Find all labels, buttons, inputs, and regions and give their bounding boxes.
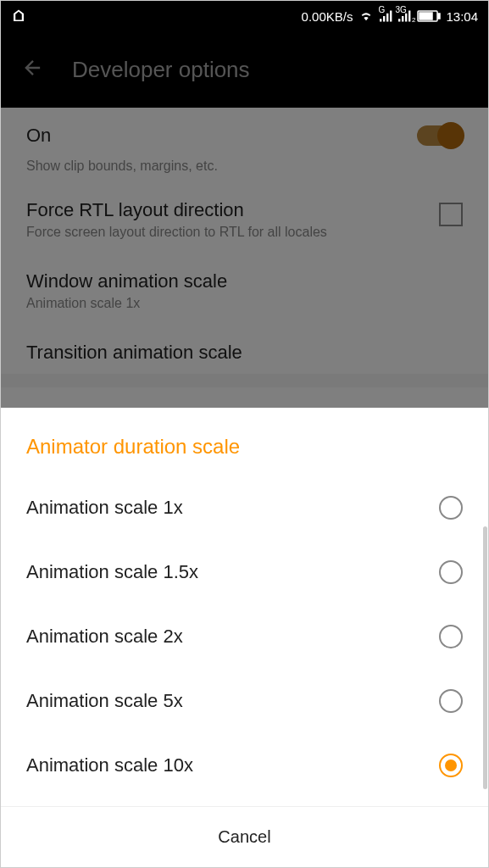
clock: 13:04 [446,9,478,24]
scroll-indicator [483,526,487,789]
app-icon [11,8,26,24]
radio-button[interactable] [439,496,463,520]
status-bar: 0.00KB/s G 3G 2 13:04 [1,1,488,31]
signal-g-icon: G [380,10,393,22]
radio-label: Animation scale 1x [26,497,183,519]
radio-option-1x[interactable]: Animation scale 1x [1,476,488,540]
cancel-button[interactable]: Cancel [1,806,488,867]
radio-option-2x[interactable]: Animation scale 2x [1,604,488,669]
radio-button[interactable] [439,560,463,584]
data-rate: 0.00KB/s [302,9,353,24]
svg-rect-1 [438,14,440,19]
radio-button-selected[interactable] [439,754,463,777]
radio-option-1-5x[interactable]: Animation scale 1.5x [1,540,488,604]
svg-rect-2 [420,13,432,19]
radio-option-5x[interactable]: Animation scale 5x [1,669,488,733]
radio-option-10x[interactable]: Animation scale 10x [1,733,488,798]
radio-button[interactable] [439,689,463,713]
signal-3g-icon: 3G 2 [398,10,412,22]
animator-scale-dialog: Animator duration scale Animation scale … [1,408,488,867]
wifi-icon [358,9,375,23]
radio-label: Animation scale 10x [26,754,193,776]
radio-label: Animation scale 2x [26,626,183,648]
radio-label: Animation scale 5x [26,690,183,712]
radio-label: Animation scale 1.5x [26,561,198,583]
radio-button[interactable] [439,625,463,648]
battery-icon [417,10,441,22]
dialog-title: Animator duration scale [1,435,488,476]
